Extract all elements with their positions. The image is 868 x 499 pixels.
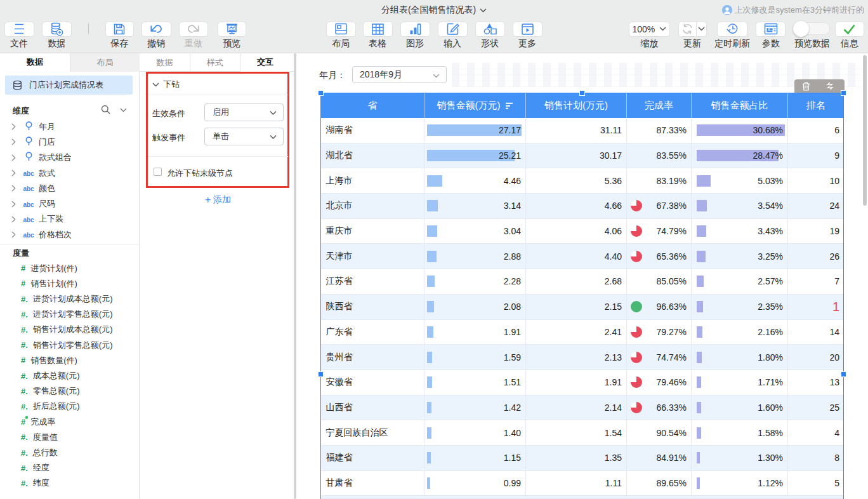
svg-text:X=: X= — [767, 28, 772, 32]
